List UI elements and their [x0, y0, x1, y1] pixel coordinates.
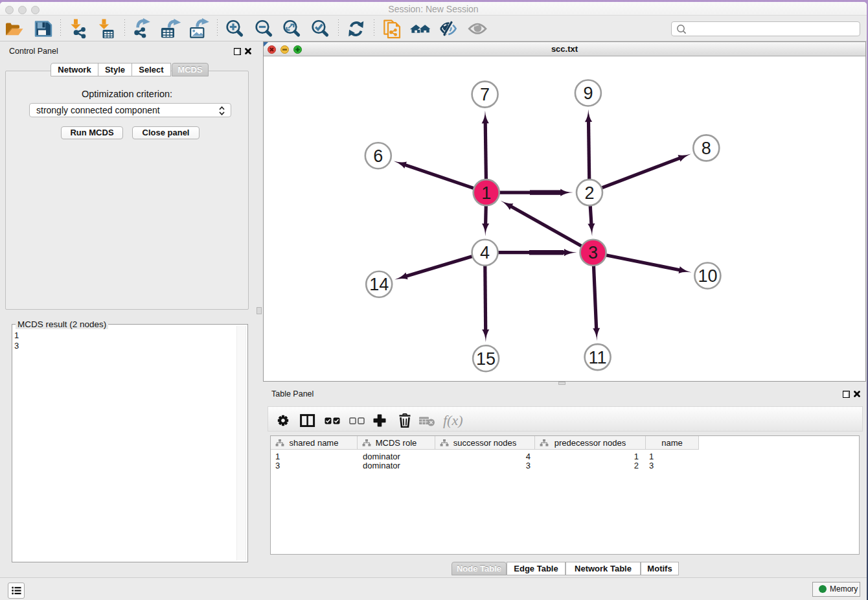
svg-text:4: 4 [480, 243, 490, 262]
svg-text:2: 2 [584, 183, 594, 203]
svg-text:3: 3 [588, 243, 598, 262]
svg-text:8: 8 [702, 139, 711, 158]
svg-text:1: 1 [481, 183, 491, 203]
svg-text:14: 14 [369, 275, 389, 294]
svg-text:7: 7 [480, 85, 490, 104]
svg-text:15: 15 [476, 349, 496, 369]
svg-text:9: 9 [583, 84, 593, 103]
svg-text:6: 6 [373, 146, 383, 166]
svg-text:11: 11 [589, 348, 607, 367]
svg-text:10: 10 [698, 266, 717, 286]
